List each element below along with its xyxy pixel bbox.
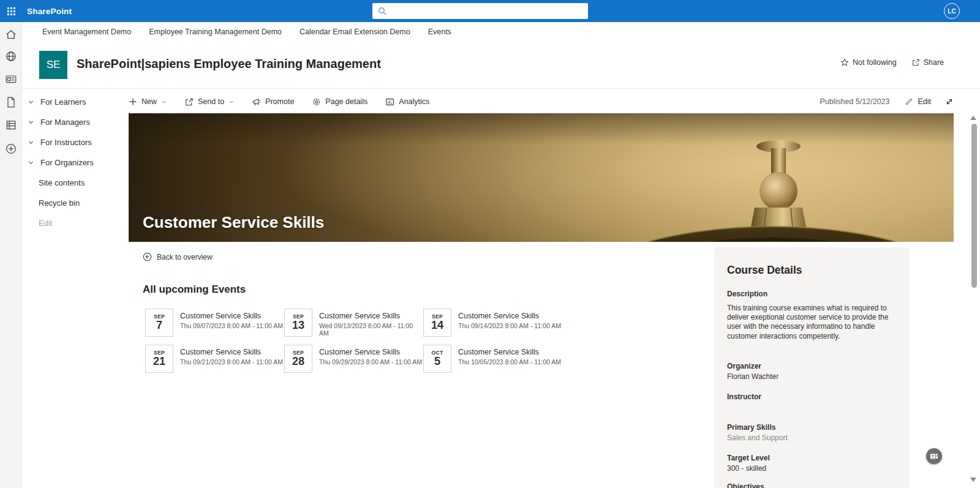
send-to-button[interactable]: Send to [184,97,234,107]
sidebar-item-recycle-bin[interactable]: Recycle bin [22,193,129,213]
site-logo[interactable]: SE [39,51,67,79]
sidebar-item-for-instructors[interactable]: For Instructors [22,132,129,152]
page-details-label: Page details [325,97,368,106]
site-header-actions: Not following Share [840,58,944,67]
description-text: This training course examines what is re… [727,304,896,341]
organizer-value: Florian Wachter [727,372,896,381]
hub-link-calendar-email[interactable]: Calendar Email Extension Demo [296,28,413,36]
scrollbar-thumb[interactable] [971,124,977,288]
event-title: Customer Service Skills [458,312,561,320]
globe-icon[interactable] [5,50,17,62]
send-icon [184,97,194,107]
event-datetime: Thu 09/21/2023 8:00 AM - 11:00 AM [180,358,283,366]
share-label: Share [924,58,944,67]
promote-button[interactable]: Promote [252,97,294,107]
sidebar-item-for-learners[interactable]: For Learners [22,92,129,112]
quick-launch-nav: For Learners For Managers For Instructor… [22,89,129,488]
search-input[interactable] [391,7,588,15]
scrollbar-up-arrow[interactable] [970,116,976,120]
suite-app-name: SharePoint [27,7,72,16]
new-button[interactable]: New [129,97,167,106]
arrow-left-circle-icon [143,252,152,261]
primary-skills-value: Sales and Support [727,434,896,442]
expand-icon[interactable] [945,97,954,106]
event-datetime: Thu 09/14/2023 8:00 AM - 11:00 AM [458,322,561,329]
event-info: Customer Service Skills Thu 09/07/2023 8… [180,309,283,337]
follow-label: Not following [853,58,897,67]
library-icon[interactable] [5,119,17,131]
pencil-icon [905,97,913,106]
star-icon [840,58,849,67]
event-date-box: SEP 14 [423,309,451,337]
event-info: Customer Service Skills Thu 10/05/2023 8… [458,345,561,373]
sidebar-item-label: For Learners [40,97,86,107]
back-to-overview-link[interactable]: Back to overview [143,252,213,261]
event-month: OCT [431,350,443,356]
hub-link-event-management[interactable]: Event Management Demo [39,28,134,36]
primary-skills-label: Primary Skills [727,423,896,432]
event-card[interactable]: SEP 13 Customer Service Skills Wed 09/13… [284,309,423,337]
event-title: Customer Service Skills [319,348,422,356]
sidebar-item-for-organizers[interactable]: For Organizers [22,152,129,173]
event-card[interactable]: OCT 5 Customer Service Skills Thu 10/05/… [423,345,562,373]
event-date-box: SEP 21 [145,345,173,373]
target-level-label: Target Level [727,454,896,462]
event-card[interactable]: SEP 7 Customer Service Skills Thu 09/07/… [145,309,284,337]
sidebar-item-label: For Organizers [40,158,94,167]
chevron-down-icon [28,139,34,146]
event-info: Customer Service Skills Thu 09/28/2023 8… [319,345,422,373]
teams-fab-button[interactable]: T [926,448,942,464]
command-bar-right: Published 5/12/2023 Edit [820,97,954,106]
edit-page-button[interactable]: Edit [905,97,931,106]
description-label: Description [727,290,896,298]
event-card[interactable]: SEP 21 Customer Service Skills Thu 09/21… [145,345,284,373]
event-datetime: Thu 09/07/2023 8:00 AM - 11:00 AM [180,322,283,329]
share-button[interactable]: Share [911,58,944,67]
event-info: Customer Service Skills Thu 09/21/2023 8… [180,345,283,373]
events-heading: All upcoming Events [143,283,246,296]
event-info: Customer Service Skills Thu 09/14/2023 8… [458,309,561,337]
scrollbar-down-arrow[interactable] [970,478,976,482]
organizer-label: Organizer [727,362,896,370]
bar-chart-icon [385,97,394,107]
account-avatar[interactable]: LC [944,3,960,19]
news-icon[interactable] [5,73,17,85]
analytics-button[interactable]: Analytics [385,97,429,107]
search-icon [378,7,386,15]
event-card[interactable]: SEP 14 Customer Service Skills Thu 09/14… [423,309,562,337]
event-date-box: SEP 7 [145,309,173,337]
global-search[interactable] [372,3,588,19]
event-day: 21 [153,356,165,367]
chevron-down-icon [28,99,34,105]
hub-link-events[interactable]: Events [425,28,454,36]
hero-banner: Customer Service Skills [129,113,954,242]
sidebar-item-for-managers[interactable]: For Managers [22,112,129,132]
follow-button[interactable]: Not following [840,58,897,67]
event-month: SEP [432,314,443,320]
sidebar-item-site-contents[interactable]: Site contents [22,173,129,193]
event-date-box: OCT 5 [423,345,451,373]
chevron-down-icon [228,99,234,105]
app-launcher-button[interactable] [0,0,22,22]
event-title: Customer Service Skills [458,348,561,356]
event-day: 14 [431,320,443,331]
event-month: SEP [154,350,165,356]
svg-text:T: T [932,454,935,459]
page-details-button[interactable]: Page details [312,97,368,107]
chevron-down-icon [28,159,34,166]
event-date-box: SEP 28 [284,345,312,373]
sidebar-edit-link[interactable]: Edit [22,213,129,233]
page-icon[interactable] [5,96,17,108]
event-card[interactable]: SEP 28 Customer Service Skills Thu 09/28… [284,345,423,373]
hub-link-employee-training[interactable]: Employee Training Management Demo [146,28,285,36]
home-icon[interactable] [5,28,17,40]
megaphone-icon [252,97,261,107]
add-circle-icon[interactable] [5,143,17,155]
hub-nav: Event Management Demo Employee Training … [22,22,980,41]
event-month: SEP [293,350,304,356]
event-title: Customer Service Skills [319,312,423,320]
course-details-heading: Course Details [727,264,896,277]
promote-label: Promote [265,97,294,106]
sidebar-item-label: For Instructors [40,138,92,147]
event-title: Customer Service Skills [180,312,283,320]
